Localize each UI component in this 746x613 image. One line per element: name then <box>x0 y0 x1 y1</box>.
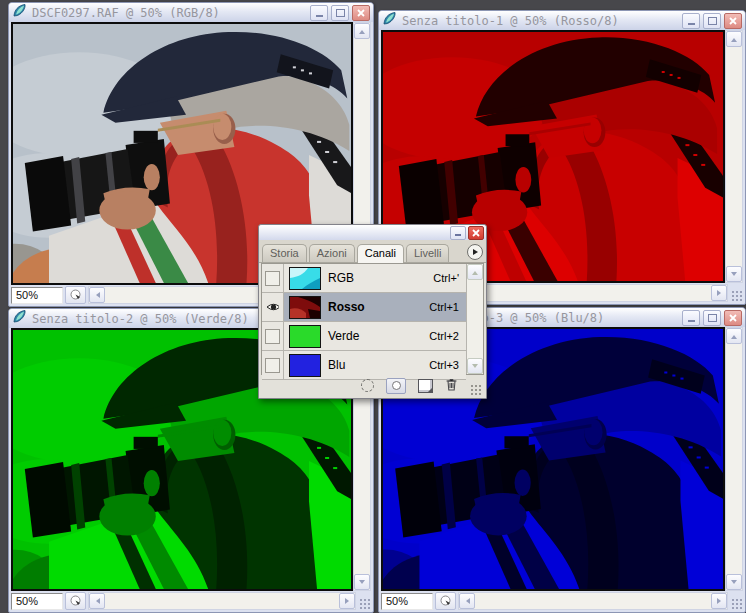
status-menu-icon[interactable] <box>65 286 86 304</box>
channel-thumbnail[interactable] <box>289 354 321 377</box>
delete-channel-icon[interactable] <box>445 377 458 395</box>
close-button[interactable] <box>724 13 742 29</box>
resize-grip[interactable] <box>358 597 371 610</box>
scroll-down-icon[interactable] <box>467 358 483 374</box>
palette-button-bar <box>259 375 486 398</box>
scroll-left-icon[interactable] <box>459 593 475 609</box>
channel-shortcut: Ctrl+1 <box>429 301 459 313</box>
channel-row-rosso[interactable]: Rosso Ctrl+1 <box>262 293 466 322</box>
photoshop-document-icon <box>382 11 397 30</box>
visibility-cell[interactable] <box>262 322 284 350</box>
resize-grip[interactable] <box>730 597 743 610</box>
eye-box[interactable] <box>265 358 280 373</box>
channel-row-rgb[interactable]: RGB Ctrl+' <box>262 264 466 293</box>
scroll-left-icon[interactable] <box>89 287 105 303</box>
scroll-up-icon[interactable] <box>354 23 370 39</box>
zoom-level-field[interactable]: 50% <box>381 593 433 610</box>
palette-minimize-button[interactable] <box>450 226 466 240</box>
visibility-cell[interactable] <box>262 264 284 292</box>
channel-thumbnail[interactable] <box>289 325 321 348</box>
restore-button[interactable] <box>703 13 721 29</box>
scroll-up-icon[interactable] <box>726 31 742 47</box>
photoshop-document-icon <box>12 309 27 328</box>
tab-canali[interactable]: Canali <box>357 244 404 263</box>
channel-name: RGB <box>328 271 433 285</box>
scroll-right-icon[interactable] <box>339 593 355 609</box>
scroll-down-icon[interactable] <box>354 574 370 590</box>
scroll-left-icon[interactable] <box>89 593 105 609</box>
horizontal-scrollbar[interactable] <box>458 592 728 610</box>
channel-list: RGB Ctrl+' Rosso Ctrl+1 Verde Ctrl+2 <box>262 264 466 374</box>
scroll-up-icon[interactable] <box>726 328 742 344</box>
channel-shortcut: Ctrl+2 <box>429 330 459 342</box>
channel-row-verde[interactable]: Verde Ctrl+2 <box>262 322 466 351</box>
restore-button[interactable] <box>703 310 721 326</box>
eye-icon <box>266 302 279 312</box>
palette-menu-icon[interactable] <box>467 244 483 260</box>
status-menu-icon[interactable] <box>435 592 456 610</box>
status-menu-icon[interactable] <box>65 592 86 610</box>
palette-close-button[interactable] <box>468 226 484 240</box>
eye-box[interactable] <box>266 301 279 314</box>
tab-livelli[interactable]: Livelli <box>406 244 450 262</box>
minimize-button[interactable] <box>682 13 700 29</box>
zoom-level-field[interactable]: 50% <box>11 593 63 610</box>
channel-name: Verde <box>328 329 429 343</box>
horizontal-scrollbar[interactable] <box>458 284 728 302</box>
tab-azioni[interactable]: Azioni <box>309 244 355 262</box>
eye-box[interactable] <box>265 271 280 286</box>
zoom-level-field[interactable]: 50% <box>11 287 63 304</box>
close-button[interactable] <box>352 5 370 21</box>
palette-scrollbar[interactable] <box>466 264 483 374</box>
minimize-button[interactable] <box>310 5 328 21</box>
resize-grip[interactable] <box>730 289 743 302</box>
scroll-right-icon[interactable] <box>711 593 727 609</box>
horizontal-scrollbar[interactable] <box>88 592 356 610</box>
window-titlebar[interactable]: Senza titolo-1 @ 50% (Rosso/8) <box>379 11 745 30</box>
window-title: Senza titolo-1 @ 50% (Rosso/8) <box>402 14 679 28</box>
channel-name: Blu <box>328 358 429 372</box>
channel-thumbnail[interactable] <box>289 296 321 319</box>
palette-tab-bar: StoriaAzioniCanaliLivelli <box>259 240 486 263</box>
vertical-scrollbar[interactable] <box>725 30 743 283</box>
new-channel-icon[interactable] <box>418 379 433 393</box>
palette-titlebar[interactable] <box>259 225 486 240</box>
save-selection-icon[interactable] <box>386 378 406 394</box>
tab-storia[interactable]: Storia <box>262 244 307 262</box>
window-titlebar[interactable]: DSCF0297.RAF @ 50% (RGB/8) <box>9 3 373 22</box>
load-selection-icon[interactable] <box>361 379 374 392</box>
channel-shortcut: Ctrl+' <box>433 272 459 284</box>
palette-resize-grip[interactable] <box>470 384 482 396</box>
photoshop-document-icon <box>12 3 27 22</box>
minimize-button[interactable] <box>682 310 700 326</box>
close-button[interactable] <box>724 310 742 326</box>
channel-shortcut: Ctrl+3 <box>429 359 459 371</box>
channel-name: Rosso <box>328 300 429 314</box>
scroll-right-icon[interactable] <box>711 285 727 301</box>
channels-palette: StoriaAzioniCanaliLivelli RGB Ctrl+' <box>258 224 487 399</box>
restore-button[interactable] <box>331 5 349 21</box>
scroll-up-icon[interactable] <box>467 264 483 280</box>
scroll-down-icon[interactable] <box>726 266 742 282</box>
window-title: DSCF0297.RAF @ 50% (RGB/8) <box>32 6 307 20</box>
visibility-cell[interactable] <box>262 293 284 321</box>
scroll-down-icon[interactable] <box>726 574 742 590</box>
eye-box[interactable] <box>265 329 280 344</box>
channel-thumbnail[interactable] <box>289 267 321 290</box>
vertical-scrollbar[interactable] <box>725 327 743 591</box>
